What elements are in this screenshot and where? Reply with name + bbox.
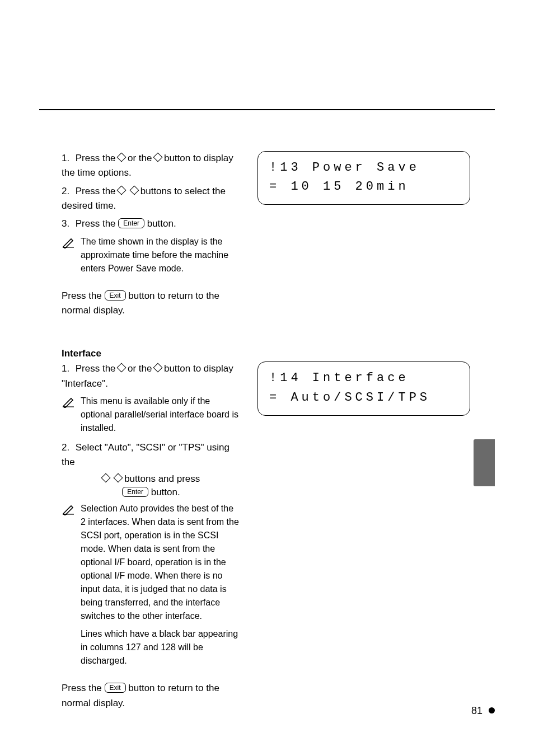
step-number-2: 2. <box>62 184 73 199</box>
left-icon <box>117 363 127 373</box>
step-number-2: 2. <box>62 440 73 455</box>
s2-step1: 1. Press the or the button to display "I… <box>62 361 241 391</box>
pencil-icon <box>62 502 81 515</box>
step-number-1: 1. <box>62 361 73 376</box>
exit-key: Exit <box>105 683 126 693</box>
step-number-1: 1. <box>62 151 73 166</box>
lcd-interface: !14 Interface = Auto/SCSI/TPS <box>257 361 470 415</box>
enter-key: Enter <box>122 487 148 497</box>
top-rule <box>39 109 495 110</box>
lcd-power-save: !13 Power Save = 10 15 20min <box>257 151 470 205</box>
s2-exit: Press the Exit button to return to the n… <box>62 681 241 711</box>
left-icon <box>117 153 127 162</box>
note: This menu is available only if the optio… <box>62 395 241 435</box>
right-icon <box>114 473 123 482</box>
pencil-icon <box>62 235 81 248</box>
note: The time shown in the display is the app… <box>62 235 241 275</box>
left-icon <box>117 185 127 195</box>
note: Selection Auto provides the best of the … <box>62 502 241 668</box>
s1-step1: 1. Press the or the button to display th… <box>62 151 241 181</box>
step-number-3: 3. <box>62 217 73 231</box>
s2-step2: 2. Select "Auto", "SCSI" or "TPS" using … <box>62 440 241 499</box>
s1-step3: 3. Press the Enter button. <box>62 217 241 231</box>
enter-key: Enter <box>118 218 144 228</box>
exit-key: Exit <box>105 290 126 300</box>
s1-exit: Press the Exit button to return to the n… <box>62 289 241 318</box>
interface-heading: Interface <box>62 348 487 359</box>
page-number: 81 <box>471 705 483 717</box>
right-icon <box>153 153 163 162</box>
left-icon <box>101 473 110 482</box>
right-icon <box>153 363 163 373</box>
s1-step2: 2. Press the buttons to select the desir… <box>62 184 241 214</box>
right-icon <box>130 185 139 195</box>
pencil-icon <box>62 395 81 408</box>
page-dot-icon <box>489 707 495 713</box>
